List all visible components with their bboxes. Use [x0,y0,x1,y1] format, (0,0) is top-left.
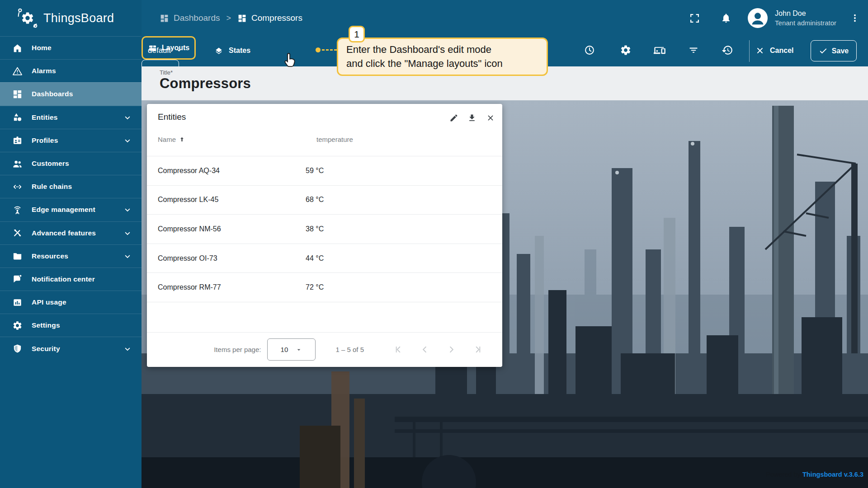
sidebar-item-entities[interactable]: Entities [0,106,142,129]
version-link[interactable]: Thingsboard v.3.6.3 [802,471,863,478]
export-widget-button[interactable] [464,110,480,126]
entity-aliases-button[interactable] [650,40,670,60]
cancel-button[interactable]: Cancel [755,39,793,62]
app-logo[interactable]: ThingsBoard [0,0,142,36]
cell-temperature: 59 °C [306,167,324,175]
chevron-left-icon [420,344,430,355]
sidebar-item-resources[interactable]: Resources [0,244,142,267]
chevron-down-icon [123,344,132,354]
version-footer: Powered by Thingsboard v.3.6.3 [766,471,863,478]
breadcrumb-item-compressors[interactable]: Compressors [237,13,302,23]
table-row[interactable]: Compressor NM-56 38 °C [147,215,502,244]
column-header-name[interactable]: Name [158,132,185,146]
notification-icon [12,274,23,284]
widget-title: Entities [158,112,186,122]
download-icon [467,113,476,122]
fullscreen-icon [689,13,700,24]
column-header-temperature[interactable]: temperature [316,132,353,146]
filters-button[interactable] [684,40,703,60]
sidebar-item-alarms[interactable]: Alarms [0,59,142,82]
fullscreen-button[interactable] [684,8,704,28]
version-history-button[interactable] [717,40,737,60]
sidebar-item-settings[interactable]: Settings [0,314,142,337]
sidebar-item-security[interactable]: Security [0,337,142,360]
annotation-callout: Enter the Dashboard's edit mode and clic… [337,38,548,76]
cell-entity-name: Compressor RM-77 [147,283,306,291]
breadcrumb: Dashboards > Compressors [160,0,302,36]
prev-page-button[interactable] [411,340,438,360]
table-row[interactable]: Compressor AQ-34 59 °C [147,156,502,186]
last-page-button[interactable] [465,340,491,360]
sidebar-item-dashboards[interactable]: Dashboards [0,82,142,105]
more-menu-button[interactable] [848,8,862,28]
sidebar-item-profiles[interactable]: Profiles [0,129,142,152]
dashboard-state-select[interactable]: default [148,39,184,62]
title-field-input[interactable]: Compressors [160,75,251,92]
page-range: 1 – 5 of 5 [335,346,364,353]
sidebar-item-api-usage[interactable]: API usage [0,291,142,314]
home-icon [12,43,23,53]
annotation-step-badge: 1 [349,26,365,42]
user-info[interactable]: John Doe Tenant administrator [775,9,836,28]
next-page-button[interactable] [438,340,465,360]
sidebar-item-advanced-features[interactable]: Advanced features [0,221,142,244]
cell-temperature: 72 °C [306,283,324,291]
sidebar-item-edge-management[interactable]: Edge management [0,198,142,221]
api-icon [12,297,23,308]
user-avatar[interactable] [748,8,768,28]
sidebar-item-home[interactable]: Home [0,36,142,59]
sidebar-nav: Home Alarms Dashboards Entities Profiles… [0,36,142,360]
app-name: ThingsBoard [43,11,114,25]
page-size-select[interactable]: 10 [267,338,316,361]
chevron-right-icon [446,344,457,355]
filter-icon [688,44,699,56]
sidebar-item-label: Home [32,44,123,52]
cell-temperature: 38 °C [306,225,324,233]
close-icon [486,113,495,122]
sidebar-item-label: Profiles [32,136,123,145]
customers-icon [12,159,23,169]
dashboard-icon [160,14,169,23]
sidebar-item-label: Settings [32,321,123,329]
chevron-down-icon [123,113,132,122]
caret-down-icon [295,346,302,353]
time-window-button[interactable] [580,40,599,60]
sidebar-item-customers[interactable]: Customers [0,152,142,175]
entities-icon [12,112,23,122]
manage-states-button[interactable]: States [209,39,255,62]
annotation-connector-line [322,49,337,51]
sidebar-item-label: Advanced features [32,229,123,237]
sidebar-item-rule-chains[interactable]: Rule chains [0,175,142,198]
toolbar-divider [749,40,750,62]
notifications-button[interactable] [716,8,736,28]
edit-widget-button[interactable] [446,110,462,126]
table-row[interactable]: Compressor RM-77 72 °C [147,273,502,302]
security-icon [12,343,23,354]
cell-entity-name: Compressor NM-56 [147,225,306,233]
chevron-down-icon [123,228,132,238]
first-page-button[interactable] [385,340,411,360]
cursor-hand-icon [283,52,296,70]
sidebar-item-label: Rule chains [32,183,123,191]
save-button[interactable]: Save [811,40,857,61]
sidebar-item-label: Alarms [32,67,123,75]
dashboard-icon [237,14,247,23]
table-row[interactable]: Compressor OI-73 44 °C [147,244,502,273]
sidebar-item-label: Notification center [32,275,123,283]
bell-icon [721,13,731,23]
profiles-icon [12,135,23,145]
layers-icon [214,46,224,56]
cell-temperature: 44 °C [306,254,324,263]
close-widget-button[interactable] [483,110,498,126]
top-bar: Dashboards > Compressors John D [142,0,868,36]
sidebar-item-notification-center[interactable]: Notification center [0,267,142,291]
cell-entity-name: Compressor OI-73 [147,254,306,263]
paginator: Items per page: 10 1 – 5 of 5 [147,333,502,366]
resources-icon [12,251,23,261]
last-page-icon [473,344,483,355]
dashboard-settings-button[interactable] [616,40,636,60]
entities-widget: Entities Name temperature Compressor AQ-… [147,104,502,367]
table-row[interactable]: Compressor LK-45 68 °C [147,186,502,215]
sidebar-item-label: Dashboards [32,90,123,98]
breadcrumb-item-dashboards[interactable]: Dashboards [160,13,220,23]
